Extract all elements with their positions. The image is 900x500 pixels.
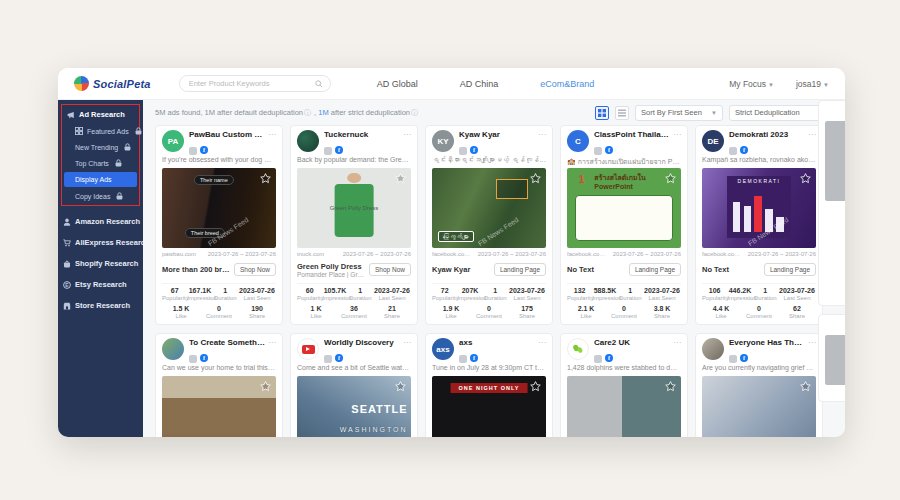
grid-view-button[interactable]	[595, 106, 609, 120]
advertiser-avatar[interactable]: KY	[432, 130, 454, 152]
advertiser-avatar[interactable]: axs	[432, 338, 454, 360]
person-icon	[63, 218, 71, 226]
advertiser-name[interactable]: Care2 UK	[594, 338, 670, 347]
advertiser-name[interactable]: To Create Something Exceptio...	[189, 338, 265, 347]
ad-creative[interactable]: SEATTLEWASHINGTON	[297, 376, 411, 437]
more-options-icon[interactable]: ⋯	[808, 338, 816, 347]
sidebar-item-amazon-research[interactable]: Amazon Research	[58, 211, 143, 232]
stat-comment: 0Comment	[470, 305, 508, 319]
advertiser-avatar[interactable]: C	[567, 130, 589, 152]
ad-creative[interactable]: DEMOKRATIFB News Feed	[702, 168, 816, 248]
my-focus-dropdown[interactable]: My Focus▼	[729, 79, 774, 89]
user-menu[interactable]: josa19▼	[796, 79, 829, 89]
ad-creative[interactable]: Green Polly Dress	[297, 168, 411, 248]
ad-creative[interactable]: မြေကွက်များFB News Feed	[432, 168, 546, 248]
more-options-icon[interactable]: ⋯	[538, 338, 546, 347]
ad-creative[interactable]	[702, 376, 816, 437]
sidebar-item-copy-ideas[interactable]: Copy Ideas	[62, 188, 139, 204]
sidebar-item-ad-research[interactable]: Ad Research	[62, 106, 139, 123]
sidebar-item-aliexpress-research[interactable]: AliExpress Research	[58, 232, 143, 253]
advertiser-domain[interactable]: facebook.com/10...	[432, 251, 474, 257]
landing-page-button[interactable]: Landing Page	[764, 263, 816, 276]
creative-label: WASHINGTON	[340, 426, 408, 433]
stat-last-seen: 2023-07-26Last Seen	[643, 287, 681, 301]
socialpeta-logo[interactable]: SocialPeta	[74, 76, 151, 91]
landing-page-button[interactable]: Landing Page	[494, 263, 546, 276]
favorite-star-icon[interactable]	[529, 379, 542, 397]
favorite-star-icon[interactable]	[664, 171, 677, 189]
more-options-icon[interactable]: ⋯	[268, 130, 276, 139]
stat-duration: 1Duration	[348, 287, 373, 301]
advertiser-avatar[interactable]	[297, 130, 319, 152]
favorite-star-icon[interactable]	[799, 379, 812, 397]
landing-page-button[interactable]: Landing Page	[629, 263, 681, 276]
more-options-icon[interactable]: ⋯	[268, 338, 276, 347]
sidebar-item-new-trending[interactable]: New Trending	[62, 139, 139, 155]
ad-creative[interactable]: ONE NIGHT ONLY	[432, 376, 546, 437]
advertiser-domain[interactable]: facebook.com/10...	[702, 251, 744, 257]
advertiser-name[interactable]: PawBau Custom Jewelry	[189, 130, 265, 139]
facebook-icon: f	[470, 354, 478, 362]
advertiser-name[interactable]: Worldly Discovery	[324, 338, 400, 347]
favorite-star-icon[interactable]	[394, 379, 407, 397]
nav-item-ad-global[interactable]: AD Global	[377, 79, 418, 89]
sidebar-item-etsy-research[interactable]: EEtsy Research	[58, 274, 143, 295]
advertiser-avatar[interactable]	[702, 338, 724, 360]
favorite-star-icon[interactable]	[259, 171, 272, 189]
advertiser-avatar[interactable]	[162, 338, 184, 360]
sidebar-item-featured-ads[interactable]: Featured Ads	[62, 123, 139, 139]
advertiser-domain[interactable]: facebook.com/11...	[567, 251, 609, 257]
advertiser-domain[interactable]: tnuck.com	[297, 251, 324, 257]
ad-creative[interactable]: Their nameTheir breedFB News Feed	[162, 168, 276, 248]
more-options-icon[interactable]: ⋯	[673, 130, 681, 139]
advertiser-avatar[interactable]	[297, 338, 319, 360]
more-options-icon[interactable]: ⋯	[403, 338, 411, 347]
app-window: SocialPeta AD GlobalAD ChinaeCom&Brand M…	[58, 68, 845, 437]
info-icon[interactable]: ⓘ	[411, 109, 418, 116]
advertiser-name[interactable]: Everyone Has The Freedom To...	[729, 338, 805, 347]
top-header: SocialPeta AD GlobalAD ChinaeCom&Brand M…	[58, 68, 845, 100]
more-options-icon[interactable]: ⋯	[538, 130, 546, 139]
watermark: FB News Feed	[477, 216, 520, 247]
sidebar-item-shopify-research[interactable]: Shopify Research	[58, 253, 143, 274]
list-view-button[interactable]	[615, 106, 629, 120]
more-options-icon[interactable]: ⋯	[808, 130, 816, 139]
sort-dropdown[interactable]: Sort By First Seen▼	[635, 105, 723, 121]
ad-text: Kampaň sa rozbieha, rovnako ako sa rozbi…	[702, 156, 816, 165]
advertiser-name[interactable]: Tuckernuck	[324, 130, 400, 139]
stat-like: 1.9 KLike	[432, 305, 470, 319]
search-input[interactable]	[187, 78, 315, 89]
sidebar-item-top-charts[interactable]: Top Charts	[62, 155, 139, 171]
advertiser-avatar[interactable]: DE	[702, 130, 724, 152]
advertiser-name[interactable]: axs	[459, 338, 535, 347]
favorite-star-icon[interactable]	[529, 171, 542, 189]
advertiser-name[interactable]: Demokrati 2023	[729, 130, 805, 139]
favorite-star-icon[interactable]	[664, 379, 677, 397]
ad-creative[interactable]	[162, 376, 276, 437]
nav-item-ecom-brand[interactable]: eCom&Brand	[540, 79, 594, 89]
ad-card: Tuckernuck ⋯ f Back by popular demand: t…	[290, 125, 418, 325]
ad-creative[interactable]: 1สร้างสไลด์เกมใน PowerPoint	[567, 168, 681, 248]
advertiser-avatar[interactable]	[567, 338, 589, 360]
sidebar-item-display-ads[interactable]: Display Ads	[64, 172, 137, 187]
info-icon[interactable]: ⓘ	[304, 109, 311, 116]
advertiser-avatar[interactable]: PA	[162, 130, 184, 152]
ad-creative[interactable]	[567, 376, 681, 437]
stat-last-seen: 2023-07-26Last Seen	[238, 287, 276, 301]
favorite-star-icon[interactable]	[799, 171, 812, 189]
strict-dedup-link[interactable]: 1M	[318, 108, 328, 117]
main-nav: AD GlobalAD ChinaeCom&Brand	[377, 79, 595, 89]
advertiser-name[interactable]: ClassPoint Thailand	[594, 130, 670, 139]
more-options-icon[interactable]: ⋯	[403, 130, 411, 139]
bag-icon	[63, 260, 71, 268]
favorite-star-icon[interactable]	[394, 171, 407, 189]
more-options-icon[interactable]: ⋯	[673, 338, 681, 347]
shop-now-button[interactable]: Shop Now	[234, 263, 276, 276]
product-search[interactable]	[179, 75, 331, 92]
sidebar-item-store-research[interactable]: Store Research	[58, 295, 143, 316]
advertiser-name[interactable]: Kyaw Kyar	[459, 130, 535, 139]
nav-item-ad-china[interactable]: AD China	[460, 79, 499, 89]
advertiser-domain[interactable]: pawbau.com	[162, 251, 196, 257]
shop-now-button[interactable]: Shop Now	[369, 263, 411, 276]
favorite-star-icon[interactable]	[259, 379, 272, 397]
